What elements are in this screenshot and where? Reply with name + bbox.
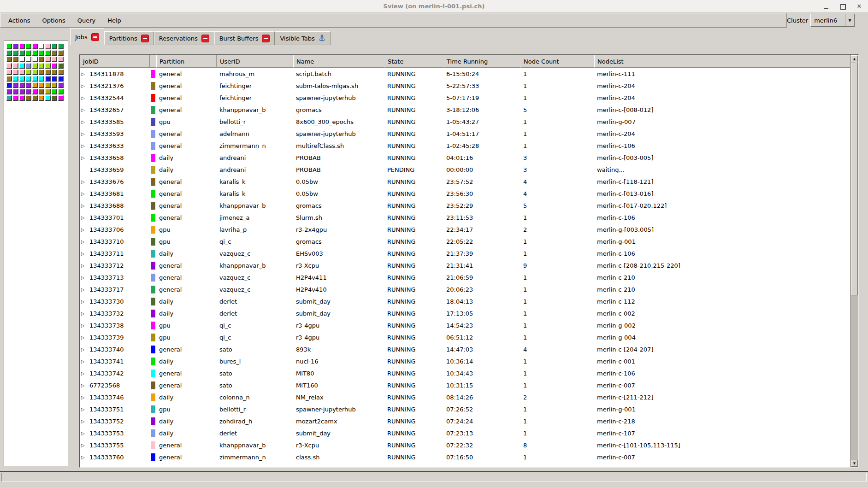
row-expander-icon[interactable]: ▷ (81, 335, 89, 340)
node-cell[interactable] (6, 44, 12, 49)
row-expander-icon[interactable]: ▷ (81, 383, 89, 388)
node-cell[interactable] (45, 89, 51, 94)
table-row[interactable]: ▷67723568generalsatoMIT160RUNNING10:31:1… (80, 379, 850, 391)
table-row[interactable]: ▷134321376generalfeichtingersubm-talos-m… (80, 80, 850, 92)
column-header-nodelist[interactable]: NodeList (594, 55, 858, 68)
table-row[interactable]: ▷134333746dailycolonna_nNM_relaxRUNNING0… (80, 391, 850, 403)
table-row[interactable]: ▷134333752dailyzohdirad_hmozart2camxRUNN… (80, 415, 850, 427)
node-cell[interactable] (52, 76, 57, 82)
table-row[interactable]: ▷134333739gpuqi_cr3-4gpuRUNNING06:51:121… (80, 331, 850, 343)
table-row[interactable]: ▷134333593generaladelmannspawner-jupyter… (80, 128, 850, 140)
node-cell[interactable] (13, 95, 18, 101)
node-cell[interactable] (13, 76, 18, 82)
scroll-down-icon[interactable]: ▼ (851, 460, 858, 467)
close-tab-icon[interactable] (141, 35, 149, 42)
node-cell[interactable] (26, 95, 31, 101)
table-row[interactable]: 134333659dailyandreaniPROBABPENDING00:00… (80, 164, 850, 176)
node-cell[interactable] (52, 89, 57, 94)
row-expander-icon[interactable]: ▷ (81, 455, 89, 460)
row-expander-icon[interactable]: ▷ (81, 239, 89, 244)
table-row[interactable]: ▷134333706gpulavriha_pr3-2x4gpuRUNNING22… (80, 223, 850, 235)
menu-query[interactable]: Query (71, 15, 102, 26)
node-cell[interactable] (32, 57, 38, 62)
node-cell[interactable] (19, 89, 25, 94)
node-cell[interactable] (58, 82, 64, 88)
node-cell[interactable] (58, 44, 64, 49)
table-row[interactable]: ▷134333740generalsato893kRUNNING14:47:03… (80, 343, 850, 355)
node-cell[interactable] (26, 70, 31, 75)
close-tab-icon[interactable] (262, 35, 270, 42)
menu-actions[interactable]: Actions (2, 15, 36, 26)
node-cell[interactable] (45, 44, 51, 49)
node-cell[interactable] (52, 70, 57, 75)
node-cell[interactable] (45, 57, 51, 62)
row-expander-icon[interactable]: ▷ (81, 299, 89, 304)
column-header-node-count[interactable]: Node Count (520, 55, 594, 68)
column-header-userid[interactable]: UserID (217, 55, 293, 68)
node-cell[interactable] (32, 89, 38, 94)
table-row[interactable]: ▷134333741dailybures_lnucl-16RUNNING10:3… (80, 355, 850, 367)
node-cell[interactable] (19, 76, 25, 82)
node-cell[interactable] (13, 44, 18, 49)
row-expander-icon[interactable]: ▷ (81, 179, 89, 184)
table-row[interactable]: ▷134333742generalsatoMIT80RUNNING10:34:4… (80, 367, 850, 379)
node-cell[interactable] (6, 63, 12, 69)
row-expander-icon[interactable]: ▷ (81, 395, 89, 400)
node-cell[interactable] (58, 76, 64, 82)
menu-help[interactable]: Help (101, 15, 127, 26)
row-expander-icon[interactable]: ▷ (81, 323, 89, 328)
row-expander-icon[interactable]: ▷ (81, 215, 89, 220)
node-cell[interactable] (6, 50, 12, 56)
scrollbar-thumb[interactable] (851, 63, 858, 295)
node-cell[interactable] (6, 89, 12, 94)
node-cell[interactable] (6, 82, 12, 88)
node-cell[interactable] (58, 89, 64, 94)
table-row[interactable]: ▷134333738gpuqi_cr3-4gpuRUNNING14:54:231… (80, 319, 850, 331)
table-row[interactable]: ▷134333701generaljimenez_aSlurm.shRUNNIN… (80, 211, 850, 223)
node-cell[interactable] (19, 44, 25, 49)
column-header-partition[interactable]: Partition (156, 55, 217, 68)
node-cell[interactable] (19, 95, 25, 101)
chevron-down-icon[interactable]: ▼ (845, 14, 854, 26)
node-cell[interactable] (32, 95, 38, 101)
row-expander-icon[interactable]: ▷ (81, 419, 89, 424)
node-cell[interactable] (39, 50, 44, 56)
row-expander-icon[interactable]: ▷ (81, 203, 89, 208)
row-expander-icon[interactable]: ▷ (81, 311, 89, 316)
table-row[interactable]: ▷134333755generalkhanppnavar_br3-XcpuRUN… (80, 439, 850, 451)
node-cell[interactable] (19, 82, 25, 88)
row-expander-icon[interactable]: ▷ (81, 95, 89, 100)
tab-jobs[interactable]: Jobs (70, 28, 104, 45)
node-cell[interactable] (26, 57, 31, 62)
node-cell[interactable] (52, 82, 57, 88)
node-cell[interactable] (45, 95, 51, 101)
node-cell[interactable] (39, 70, 44, 75)
node-cell[interactable] (58, 63, 64, 69)
node-cell[interactable] (39, 82, 44, 88)
column-header-name[interactable]: Name (293, 55, 384, 68)
scroll-up-icon[interactable]: ▲ (851, 55, 858, 62)
close-tab-icon[interactable] (91, 33, 99, 41)
node-cell[interactable] (6, 57, 12, 62)
node-cell[interactable] (52, 57, 57, 62)
row-expander-icon[interactable]: ▷ (81, 83, 89, 88)
node-cell[interactable] (32, 82, 38, 88)
row-expander-icon[interactable]: ▷ (81, 407, 89, 412)
node-cell[interactable] (58, 57, 64, 62)
node-cell[interactable] (13, 50, 18, 56)
row-expander-icon[interactable]: ▷ (81, 131, 89, 136)
node-cell[interactable] (45, 76, 51, 82)
table-row[interactable]: ▷134333751gpubellotti_rspawner-jupyterhu… (80, 403, 850, 415)
table-row[interactable]: ▷134332657generalkhanppnavar_bgromacsRUN… (80, 104, 850, 116)
close-tab-icon[interactable] (201, 35, 209, 42)
node-cell[interactable] (32, 70, 38, 75)
row-expander-icon[interactable]: ▷ (81, 347, 89, 352)
node-cell[interactable] (13, 82, 18, 88)
row-expander-icon[interactable]: ▷ (81, 263, 89, 268)
node-cell[interactable] (26, 76, 31, 82)
row-expander-icon[interactable]: ▷ (81, 227, 89, 232)
node-cell[interactable] (45, 50, 51, 56)
node-cell[interactable] (39, 44, 44, 49)
row-expander-icon[interactable]: ▷ (81, 287, 89, 292)
table-row[interactable]: ▷134333717generalvazquez_cH2P4v410RUNNIN… (80, 283, 850, 295)
